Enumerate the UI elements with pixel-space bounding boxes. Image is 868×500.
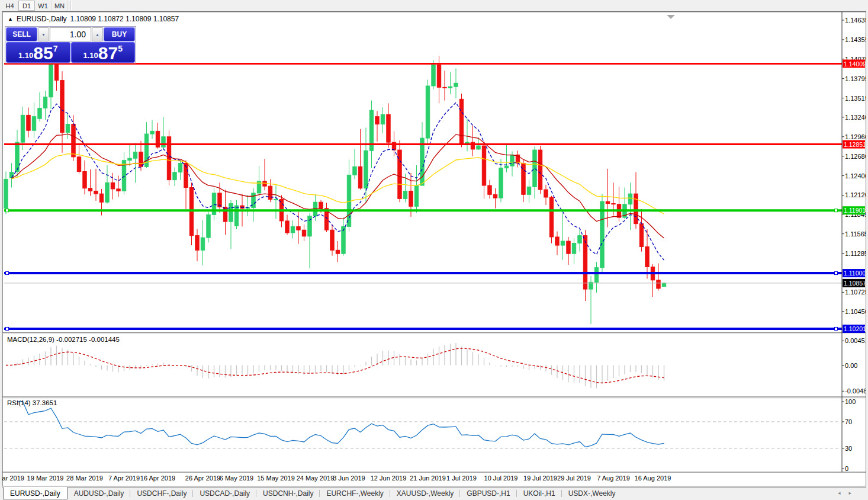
timeframe-button-mn[interactable]: MN xyxy=(52,1,68,11)
svg-text:7 Apr 2019: 7 Apr 2019 xyxy=(108,475,140,482)
sell-price-button[interactable]: 1.10 85 7 xyxy=(6,42,70,63)
svg-text:1.10450: 1.10450 xyxy=(845,308,866,315)
chart-symbol-label: EURUSD-,Daily xyxy=(17,15,67,23)
timeframe-toolbar: H4 D1 W1 MN xyxy=(0,0,868,11)
svg-text:1.12851: 1.12851 xyxy=(844,141,866,148)
svg-text:70: 70 xyxy=(845,418,852,425)
buy-price-button[interactable]: 1.10 87 5 xyxy=(71,42,136,63)
macd-indicator-label: MACD(12,26,9) -0.002715 -0.001445 xyxy=(7,336,120,343)
time-axis[interactable]: 10 Mar 201919 Mar 201928 Mar 20197 Apr 2… xyxy=(2,475,671,482)
svg-text:6 May 2019: 6 May 2019 xyxy=(220,475,253,482)
chevron-up-icon: ▲ xyxy=(95,33,99,37)
svg-text:1.10857: 1.10857 xyxy=(844,280,866,287)
svg-text:3 Jun 2019: 3 Jun 2019 xyxy=(333,475,365,482)
price-axis[interactable]: 1.146351.143551.140751.137951.135151.132… xyxy=(842,17,866,333)
buy-price-big-digits: 87 xyxy=(98,45,118,61)
svg-text:1.11000: 1.11000 xyxy=(844,270,866,277)
buy-price-pip-digit: 5 xyxy=(118,44,123,53)
svg-text:16 Aug 2019: 16 Aug 2019 xyxy=(635,475,671,482)
chart-title: ▲ EURUSD-,Daily 1.10809 1.10872 1.10809 … xyxy=(8,15,179,23)
rsi-pane[interactable]: 10070300 xyxy=(4,398,856,472)
chevron-down-icon: ▼ xyxy=(41,33,46,37)
symbol-up-triangle-icon: ▲ xyxy=(8,16,13,22)
buy-price-prefix: 1.10 xyxy=(83,52,98,59)
tab-audusd-daily[interactable]: AUDUSD-,Daily xyxy=(67,488,131,499)
chart-shift-marker-icon xyxy=(667,15,675,19)
svg-text:29 Jul 2019: 29 Jul 2019 xyxy=(557,475,591,482)
svg-text:10 Jul 2019: 10 Jul 2019 xyxy=(484,475,518,482)
volume-decrease-button[interactable]: ▼ xyxy=(38,27,49,41)
trading-terminal-window: { "toolbar": { "timeframes": [ {"label":… xyxy=(0,0,868,500)
svg-text:1.10725: 1.10725 xyxy=(845,289,866,296)
tab-xauusd-weekly[interactable]: XAUUSD-,Weekly xyxy=(390,488,460,499)
svg-text:-0.004806: -0.004806 xyxy=(845,387,866,395)
svg-text:28 Mar 2019: 28 Mar 2019 xyxy=(66,475,103,482)
svg-text:0.004517: 0.004517 xyxy=(845,337,866,344)
tab-usdcad-daily[interactable]: USDCAD-,Daily xyxy=(193,488,256,499)
volume-increase-button[interactable]: ▲ xyxy=(92,27,103,41)
timeframe-button-h4[interactable]: H4 xyxy=(2,1,18,11)
timeframe-button-d1[interactable]: D1 xyxy=(18,1,35,11)
sell-price-pip-digit: 7 xyxy=(53,44,58,53)
one-click-trading-panel: SELL ▼ 1.00 ▲ BUY 1.10 85 7 1.10 87 5 xyxy=(5,26,136,63)
svg-text:1.11285: 1.11285 xyxy=(845,250,866,257)
tab-gbpusd-h1[interactable]: GBPUSD-,H1 xyxy=(460,488,516,499)
svg-text:1.12120: 1.12120 xyxy=(845,191,866,198)
svg-text:1.12400: 1.12400 xyxy=(845,172,866,180)
svg-text:19 Mar 2019: 19 Mar 2019 xyxy=(27,475,64,482)
svg-text:21 Jun 2019: 21 Jun 2019 xyxy=(410,475,446,482)
tab-usdcnh-daily[interactable]: USDCNH-,Daily xyxy=(256,488,320,499)
svg-text:1.14355: 1.14355 xyxy=(845,36,866,43)
svg-text:24 May 2019: 24 May 2019 xyxy=(297,475,335,482)
candlestick-series[interactable] xyxy=(4,31,666,324)
sell-button[interactable]: SELL xyxy=(6,27,37,41)
svg-text:1.12680: 1.12680 xyxy=(845,153,866,160)
svg-text:16 Apr 2019: 16 Apr 2019 xyxy=(140,475,175,482)
svg-text:30: 30 xyxy=(845,445,852,452)
svg-text:1.13515: 1.13515 xyxy=(845,95,866,102)
svg-text:19 Jul 2019: 19 Jul 2019 xyxy=(523,475,557,482)
tab-scroll-left-icon[interactable]: ◂ xyxy=(838,490,849,496)
timeframe-button-w1[interactable]: W1 xyxy=(35,1,52,11)
svg-text:0: 0 xyxy=(845,465,848,472)
rsi-indicator-label: RSI(14) 37.3651 xyxy=(7,399,57,406)
svg-text:1.13795: 1.13795 xyxy=(845,75,866,82)
sell-price-big-digits: 85 xyxy=(33,45,53,61)
svg-text:100: 100 xyxy=(845,398,856,405)
svg-text:0.00: 0.00 xyxy=(845,362,857,369)
tab-usdchf-daily[interactable]: USDCHF-,Daily xyxy=(130,488,193,499)
chart-ohlc-values: 1.10809 1.10872 1.10809 1.10857 xyxy=(70,15,179,23)
toolbar-separator xyxy=(70,1,71,10)
svg-text:12 Jun 2019: 12 Jun 2019 xyxy=(371,475,407,482)
tab-scroll-right-icon[interactable]: ▸ xyxy=(848,490,860,496)
svg-text:1.10201: 1.10201 xyxy=(844,325,866,332)
macd-pane[interactable]: 0.0045170.00-0.004806 xyxy=(6,337,866,395)
svg-text:1 Jul 2019: 1 Jul 2019 xyxy=(446,475,477,482)
buy-button[interactable]: BUY xyxy=(104,27,135,41)
svg-text:1.11901: 1.11901 xyxy=(844,207,866,214)
svg-text:7 Aug 2019: 7 Aug 2019 xyxy=(597,475,630,482)
tab-ukoil-h1[interactable]: UKOil-,H1 xyxy=(517,488,562,499)
tab-scroll-arrows: ◂▸ xyxy=(838,490,860,496)
svg-text:10 Mar 2019: 10 Mar 2019 xyxy=(2,475,24,482)
svg-text:1.14635: 1.14635 xyxy=(845,17,866,24)
chart-window: 1.146351.143551.140751.137951.135151.132… xyxy=(2,11,866,486)
chart-tab-bar: EURUSD-,Daily AUDUSD-,Daily USDCHF-,Dail… xyxy=(2,487,866,499)
tab-eurchf-weekly[interactable]: EURCHF-,Weekly xyxy=(320,488,390,499)
volume-input[interactable]: 1.00 xyxy=(50,27,91,41)
moving-average-lines xyxy=(12,102,664,260)
svg-text:1.11565: 1.11565 xyxy=(845,230,866,238)
tab-usdx-weekly[interactable]: USDX-,Weekly xyxy=(562,488,622,499)
horizontal-line-objects[interactable] xyxy=(4,64,842,331)
chart-canvas[interactable]: 1.146351.143551.140751.137951.135151.132… xyxy=(2,12,866,486)
svg-text:1.13240: 1.13240 xyxy=(845,114,866,121)
svg-text:1.12960: 1.12960 xyxy=(845,133,866,140)
sell-price-prefix: 1.10 xyxy=(18,52,33,59)
svg-text:1.14009: 1.14009 xyxy=(844,60,866,68)
svg-text:26 Apr 2019: 26 Apr 2019 xyxy=(185,475,220,482)
svg-text:15 May 2019: 15 May 2019 xyxy=(257,475,295,482)
tab-eurusd-daily[interactable]: EURUSD-,Daily xyxy=(3,487,67,499)
